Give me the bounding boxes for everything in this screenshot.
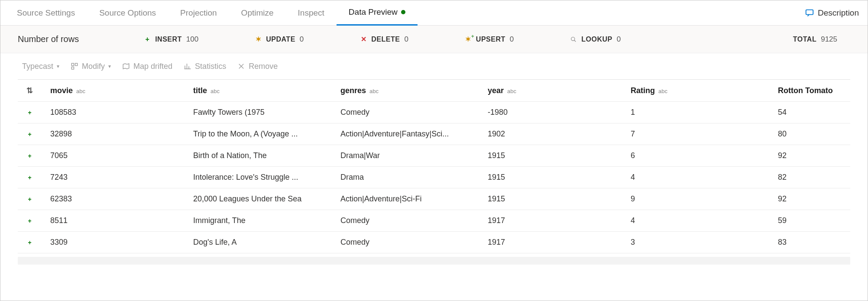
horizontal-scrollbar[interactable] (18, 257, 850, 265)
column-header-movie[interactable]: movieabc (42, 80, 185, 102)
close-icon (237, 62, 245, 70)
rows-label: Number of rows (18, 34, 79, 44)
cell-year: 1915 (479, 167, 622, 188)
table-row[interactable]: +108583Fawlty Towers (1975Comedy-1980154 (18, 102, 850, 123)
cell-rating: 9 (622, 188, 769, 210)
row-insert-icon: + (18, 210, 42, 232)
table-row[interactable]: +32898Trip to the Moon, A (Voyage ...Act… (18, 123, 850, 145)
row-insert-icon: + (18, 123, 42, 145)
row-insert-icon: + (18, 145, 42, 167)
cell-rating: 3 (622, 232, 769, 253)
cell-rt: 92 (769, 145, 850, 167)
tab-optimize[interactable]: Optimize (229, 0, 286, 26)
cell-rt: 59 (769, 210, 850, 232)
cell-title: Fawlty Towers (1975 (185, 102, 332, 123)
cell-movie: 7243 (42, 167, 185, 188)
chevron-down-icon: ▾ (108, 63, 111, 69)
table-row[interactable]: +7065Birth of a Nation, TheDrama|War1915… (18, 145, 850, 167)
remove-button[interactable]: Remove (237, 62, 278, 71)
cell-genres: Action|Adventure|Sci-Fi (332, 188, 479, 210)
modify-icon (71, 62, 78, 70)
stat-upsert: ✶+ UPSERT 0 (465, 35, 514, 44)
sort-column-header[interactable]: ⇅ (18, 80, 42, 102)
cell-movie: 32898 (42, 123, 185, 145)
row-insert-icon: + (18, 188, 42, 210)
table-row[interactable]: +8511Immigrant, TheComedy1917459 (18, 210, 850, 232)
description-link[interactable]: Description (805, 8, 863, 18)
tab-data-preview[interactable]: Data Preview (337, 0, 418, 26)
search-icon (570, 36, 577, 42)
comment-icon (805, 8, 814, 18)
stat-delete: ✕ DELETE 0 (360, 35, 408, 44)
status-dot-icon (401, 10, 405, 14)
table-row[interactable]: +7243Intolerance: Love's Struggle ...Dra… (18, 167, 850, 188)
cell-title: 20,000 Leagues Under the Sea (185, 188, 332, 210)
tab-projection[interactable]: Projection (168, 0, 229, 26)
tab-bar: Source Settings Source Options Projectio… (0, 0, 868, 26)
column-header-title[interactable]: titleabc (185, 80, 332, 102)
cell-year: 1917 (479, 210, 622, 232)
cell-movie: 108583 (42, 102, 185, 123)
cell-genres: Drama (332, 167, 479, 188)
cell-year: -1980 (479, 102, 622, 123)
svg-point-1 (571, 37, 575, 40)
tab-source-settings[interactable]: Source Settings (5, 0, 87, 26)
cell-rating: 1 (622, 102, 769, 123)
row-insert-icon: + (18, 232, 42, 253)
typecast-button[interactable]: Typecast▾ (22, 62, 59, 71)
cell-year: 1915 (479, 145, 622, 167)
x-icon: ✕ (360, 35, 367, 43)
map-icon (122, 62, 130, 70)
svg-rect-5 (71, 67, 74, 69)
row-insert-icon: + (18, 102, 42, 123)
svg-line-2 (574, 40, 576, 42)
row-insert-icon: + (18, 167, 42, 188)
cell-rt: 92 (769, 188, 850, 210)
stats-row: Number of rows + INSERT 100 ✶ UPDATE 0 ✕… (0, 26, 868, 53)
data-table: ⇅ movieabc titleabc genresabc yearabc Ra… (18, 79, 850, 253)
svg-rect-0 (806, 10, 813, 14)
stat-insert: + INSERT 100 (144, 35, 198, 44)
column-header-rotten-tomato[interactable]: Rotton Tomato (769, 80, 850, 102)
table-row[interactable]: +6238320,000 Leagues Under the SeaAction… (18, 188, 850, 210)
cell-movie: 62383 (42, 188, 185, 210)
cell-title: Trip to the Moon, A (Voyage ... (185, 123, 332, 145)
cell-rt: 54 (769, 102, 850, 123)
sort-icon: ⇅ (26, 86, 33, 95)
cell-year: 1902 (479, 123, 622, 145)
cell-rt: 80 (769, 123, 850, 145)
stat-lookup: LOOKUP 0 (570, 35, 621, 44)
asterisk-icon: ✶ (255, 35, 262, 43)
table-header-row: ⇅ movieabc titleabc genresabc yearabc Ra… (18, 80, 850, 102)
cell-rating: 6 (622, 145, 769, 167)
table-row[interactable]: +3309Dog's Life, AComedy1917383 (18, 232, 850, 253)
cell-genres: Action|Adventure|Fantasy|Sci... (332, 123, 479, 145)
cell-year: 1917 (479, 232, 622, 253)
cell-genres: Comedy (332, 232, 479, 253)
column-header-genres[interactable]: genresabc (332, 80, 479, 102)
chevron-down-icon: ▾ (57, 63, 59, 69)
cell-movie: 3309 (42, 232, 185, 253)
tab-inspect[interactable]: Inspect (286, 0, 337, 26)
cell-genres: Comedy (332, 102, 479, 123)
tab-source-options[interactable]: Source Options (87, 0, 168, 26)
cell-genres: Comedy (332, 210, 479, 232)
cell-year: 1915 (479, 188, 622, 210)
cell-title: Birth of a Nation, The (185, 145, 332, 167)
plus-icon: + (144, 36, 151, 43)
table-toolbar: Typecast▾ Modify▾ Map drifted Statistics… (0, 53, 868, 79)
stats-icon (184, 62, 191, 70)
cell-rt: 82 (769, 167, 850, 188)
cell-rating: 7 (622, 123, 769, 145)
modify-button[interactable]: Modify▾ (71, 62, 111, 71)
map-drifted-button[interactable]: Map drifted (122, 62, 172, 71)
cell-title: Immigrant, The (185, 210, 332, 232)
svg-rect-4 (75, 63, 78, 65)
cell-title: Dog's Life, A (185, 232, 332, 253)
column-header-year[interactable]: yearabc (479, 80, 622, 102)
cell-genres: Drama|War (332, 145, 479, 167)
upsert-icon: ✶+ (465, 35, 472, 43)
statistics-button[interactable]: Statistics (184, 62, 226, 71)
column-header-rating[interactable]: Ratingabc (622, 80, 769, 102)
cell-rating: 4 (622, 210, 769, 232)
